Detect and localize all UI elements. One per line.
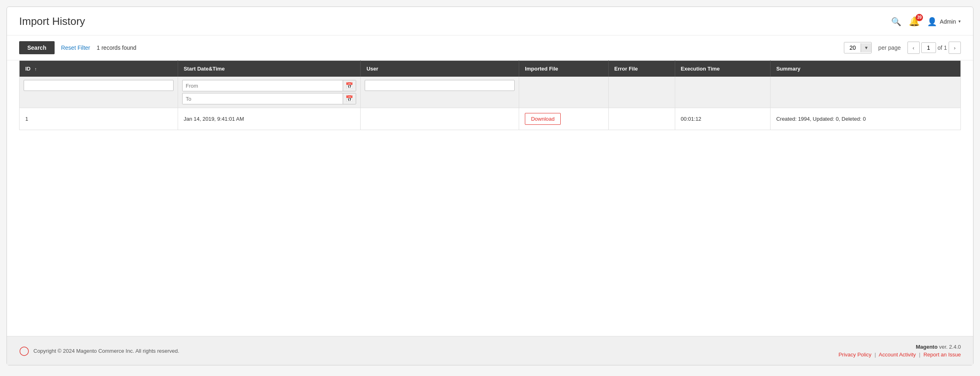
user-icon: 👤 — [927, 17, 937, 27]
toolbar-right: ▼ per page ‹ of 1 › — [844, 42, 961, 54]
next-page-button[interactable]: › — [949, 42, 961, 54]
of-label: of 1 — [938, 44, 947, 51]
col-header-user: User — [361, 61, 519, 77]
cell-execution-time: 00:01:12 — [675, 108, 770, 130]
sort-arrow-icon: ↑ — [35, 66, 37, 71]
chevron-down-icon: ▾ — [958, 19, 961, 24]
global-search-button[interactable]: 🔍 — [891, 17, 901, 27]
import-history-table: ID ↑ Start Date&Time User Imported File … — [19, 60, 961, 130]
notification-button[interactable]: 🔔 39 — [909, 16, 920, 27]
cell-error-file — [608, 108, 675, 130]
page-footer: ◯ Copyright © 2024 Magento Commerce Inc.… — [7, 336, 973, 365]
privacy-policy-link[interactable]: Privacy Policy — [839, 352, 872, 358]
table-header-row: ID ↑ Start Date&Time User Imported File … — [20, 61, 961, 77]
admin-menu[interactable]: 👤 Admin ▾ — [927, 17, 961, 27]
col-header-start-date: Start Date&Time — [178, 61, 361, 77]
from-calendar-button[interactable]: 📅 — [343, 80, 356, 91]
col-header-imported-file: Imported File — [519, 61, 608, 77]
per-page-caret-button[interactable]: ▼ — [861, 43, 871, 52]
pagination-controls: ‹ of 1 › — [907, 42, 961, 54]
reset-filter-button[interactable]: Reset Filter — [61, 44, 90, 51]
toolbar: Search Reset Filter 1 records found ▼ pe… — [7, 35, 973, 60]
filter-cell-execution-time — [675, 77, 770, 108]
report-issue-link[interactable]: Report an Issue — [923, 352, 961, 358]
per-page-select-wrapper: ▼ — [844, 42, 872, 53]
page-wrapper: Import History 🔍 🔔 39 👤 Admin ▾ Search R… — [7, 7, 973, 365]
footer-sep-1: | — [874, 352, 876, 358]
brand-label: Magento — [916, 344, 937, 350]
page-number-input[interactable] — [921, 42, 936, 53]
filter-row: 📅 📅 — [20, 77, 961, 108]
content-spacer — [7, 233, 973, 336]
account-activity-link[interactable]: Account Activity — [879, 352, 916, 358]
download-button[interactable]: Download — [525, 113, 561, 125]
from-date-input[interactable] — [183, 81, 343, 91]
cell-summary: Created: 1994, Updated: 0, Deleted: 0 — [770, 108, 960, 130]
to-date-input[interactable] — [183, 94, 343, 104]
admin-label: Admin — [940, 18, 956, 25]
filter-cell-summary — [770, 77, 960, 108]
toolbar-left: Search Reset Filter 1 records found — [19, 41, 137, 54]
cell-id: 1 — [20, 108, 178, 130]
to-calendar-button[interactable]: 📅 — [343, 93, 356, 104]
cell-imported-file: Download — [519, 108, 608, 130]
table-container: ID ↑ Start Date&Time User Imported File … — [7, 60, 973, 233]
footer-links: Privacy Policy | Account Activity | Repo… — [839, 352, 961, 358]
cell-start-date: Jan 14, 2019, 9:41:01 AM — [178, 108, 361, 130]
id-filter-input[interactable] — [24, 80, 174, 91]
search-button[interactable]: Search — [19, 41, 55, 54]
magento-logo-icon: ◯ — [19, 345, 29, 356]
per-page-input[interactable] — [844, 42, 861, 53]
per-page-label: per page — [878, 44, 901, 51]
footer-sep-2: | — [919, 352, 920, 358]
page-title: Import History — [19, 15, 85, 28]
prev-page-button[interactable]: ‹ — [907, 42, 920, 54]
header-actions: 🔍 🔔 39 👤 Admin ▾ — [891, 16, 961, 27]
col-header-execution-time: Execution Time — [675, 61, 770, 77]
records-found-label: 1 records found — [97, 44, 136, 51]
from-date-wrapper: 📅 — [182, 80, 357, 91]
filter-cell-imported-file — [519, 77, 608, 108]
filter-cell-user — [361, 77, 519, 108]
filter-cell-date: 📅 📅 — [178, 77, 361, 108]
table-row: 1 Jan 14, 2019, 9:41:01 AM Download 00:0… — [20, 108, 961, 130]
col-header-summary: Summary — [770, 61, 960, 77]
filter-cell-error-file — [608, 77, 675, 108]
user-filter-input[interactable] — [365, 80, 515, 91]
notification-badge: 39 — [916, 14, 923, 21]
to-date-wrapper: 📅 — [182, 93, 357, 104]
search-icon: 🔍 — [891, 17, 901, 26]
filter-cell-id — [20, 77, 178, 108]
cell-user — [361, 108, 519, 130]
copyright-text: Copyright © 2024 Magento Commerce Inc. A… — [33, 348, 179, 354]
footer-brand-version: Magento ver. 2.4.0 — [839, 344, 961, 350]
page-header: Import History 🔍 🔔 39 👤 Admin ▾ — [7, 7, 973, 35]
footer-left: ◯ Copyright © 2024 Magento Commerce Inc.… — [19, 345, 179, 356]
date-filter-wrapper: 📅 📅 — [182, 80, 357, 104]
col-header-error-file: Error File — [608, 61, 675, 77]
version-label: ver. 2.4.0 — [939, 344, 961, 350]
footer-right: Magento ver. 2.4.0 Privacy Policy | Acco… — [839, 344, 961, 358]
col-header-id: ID ↑ — [20, 61, 178, 77]
